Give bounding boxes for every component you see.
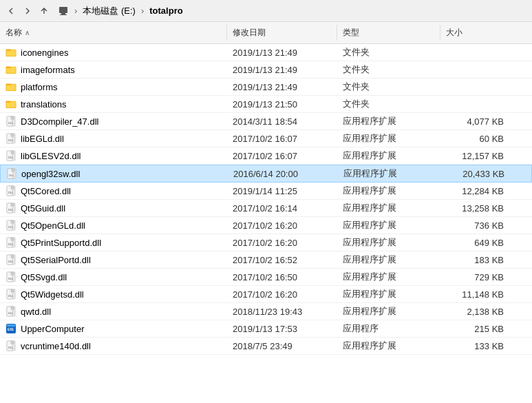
svg-text:DLL: DLL (8, 242, 14, 246)
table-row[interactable]: DLL Qt5PrintSupportd.dll 2017/10/2 16:20… (0, 234, 532, 251)
breadcrumb-folder[interactable]: totalpro (149, 6, 182, 16)
breadcrumb-sep-1: › (74, 6, 77, 16)
col-name[interactable]: 名称 ∧ (0, 25, 227, 41)
svg-text:DLL: DLL (8, 346, 14, 349)
dll-icon: DLL (6, 220, 17, 231)
file-name: translations (21, 99, 66, 110)
svg-rect-37 (11, 255, 14, 258)
table-row[interactable]: DLL Qt5SerialPortd.dll 2017/10/2 16:52 应… (0, 251, 532, 269)
table-row[interactable]: DLL opengl32sw.dll 2016/6/14 20:00 应用程序扩… (0, 165, 532, 183)
svg-rect-56 (11, 341, 14, 344)
breadcrumb-drive[interactable]: 本地磁盘 (E:) (83, 5, 136, 17)
table-row[interactable]: DLL libEGLd.dll 2017/10/2 16:07 应用程序扩展 6… (0, 130, 532, 147)
file-modified: 2017/10/2 16:14 (227, 203, 337, 214)
table-row[interactable]: DLL D3Dcompiler_47.dll 2014/3/11 18:54 应… (0, 113, 532, 130)
table-row[interactable]: DLL Qt5Guid.dll 2017/10/2 16:14 应用程序扩展 1… (0, 200, 532, 217)
svg-text:DLL: DLL (8, 260, 14, 263)
svg-rect-41 (11, 272, 14, 275)
table-row[interactable]: DLL Qt5Svgd.dll 2017/10/2 16:50 应用程序扩展 7… (0, 269, 532, 286)
dll-icon: DLL (6, 168, 17, 179)
col-modified-label: 修改日期 (233, 27, 266, 39)
col-size-label: 大小 (446, 27, 462, 39)
dll-icon: DLL (6, 203, 17, 214)
file-type: 应用程序扩展 (337, 236, 440, 249)
folder-icon (6, 64, 17, 75)
file-name-cell: imageformats (0, 63, 227, 76)
dll-icon: DLL (6, 237, 17, 248)
file-type: 应用程序扩展 (337, 218, 440, 232)
file-name: imageformats (21, 65, 75, 75)
file-size (440, 69, 509, 70)
table-row[interactable]: imageformats 2019/1/13 21:49 文件夹 (0, 61, 532, 79)
file-name: Qt5OpenGLd.dll (21, 220, 85, 231)
file-name: libGLESV2d.dll (21, 151, 81, 161)
column-header-row: 名称 ∧ 修改日期 类型 大小 (0, 22, 532, 44)
svg-rect-52 (7, 324, 15, 327)
file-name: libEGLd.dll (21, 134, 64, 144)
file-type: 应用程序扩展 (338, 167, 441, 180)
file-name-cell: platforms (0, 81, 227, 93)
svg-text:DLL: DLL (8, 191, 14, 194)
table-row[interactable]: DLL qwtd.dll 2018/11/23 19:43 应用程序扩展 2,1… (0, 303, 532, 320)
table-row[interactable]: iconengines 2019/1/13 21:49 文件夹 (0, 44, 532, 61)
svg-rect-5 (11, 116, 14, 119)
dll-icon: DLL (6, 289, 17, 300)
table-row[interactable]: platforms 2019/1/13 21:49 文件夹 (0, 79, 532, 96)
dll-icon: DLL (6, 150, 17, 161)
file-name-cell: DLL Qt5SerialPortd.dll (0, 254, 227, 266)
file-size: 12,284 KB (440, 185, 509, 197)
titlebar: › 本地磁盘 (E:) › totalpro (0, 0, 532, 22)
file-type: 应用程序扩展 (337, 339, 440, 353)
file-size: 13,258 KB (440, 203, 509, 214)
table-row[interactable]: DLL libGLESV2d.dll 2017/10/2 16:07 应用程序扩… (0, 147, 532, 165)
file-name: opengl32sw.dll (21, 169, 80, 179)
svg-text:DLL: DLL (8, 121, 14, 125)
file-modified: 2019/1/13 21:49 (227, 47, 337, 59)
table-row[interactable]: DLL Qt5Widgetsd.dll 2017/10/2 16:20 应用程序… (0, 286, 532, 303)
file-type: 文件夹 (337, 63, 440, 76)
table-row[interactable]: translations 2019/1/13 21:50 文件夹 (0, 96, 532, 113)
file-size: 183 KB (440, 254, 509, 266)
breadcrumb-root (58, 6, 69, 17)
file-name: Qt5Widgetsd.dll (21, 289, 84, 300)
file-name: Qt5PrintSupportd.dll (21, 238, 101, 248)
file-size (440, 86, 509, 87)
file-name: vcruntime140d.dll (21, 341, 91, 351)
nav-forward-icon[interactable] (22, 6, 33, 17)
file-modified: 2017/10/2 16:07 (227, 150, 337, 162)
file-name-cell: DLL libEGLd.dll (0, 132, 227, 145)
col-modified[interactable]: 修改日期 (227, 25, 337, 41)
svg-rect-49 (11, 307, 14, 309)
file-modified: 2017/10/2 16:50 (227, 271, 337, 283)
file-modified: 2014/3/11 18:54 (227, 116, 337, 127)
table-row[interactable]: DLL vcruntime140d.dll 2018/7/5 23:49 应用程… (0, 338, 532, 355)
file-name-cell: translations (0, 98, 227, 110)
svg-text:DLL: DLL (8, 156, 14, 159)
svg-text:DLL: DLL (8, 311, 14, 315)
file-modified: 2019/1/14 11:25 (227, 185, 337, 197)
svg-rect-25 (11, 203, 14, 206)
col-type[interactable]: 类型 (337, 25, 440, 41)
file-name: qwtd.dll (21, 307, 51, 317)
file-type: 应用程序扩展 (337, 304, 440, 318)
dll-icon: DLL (6, 116, 17, 127)
breadcrumb-sep-2: › (141, 6, 144, 16)
file-type: 文件夹 (337, 45, 440, 59)
table-row[interactable]: DLL Qt5OpenGLd.dll 2017/10/2 16:20 应用程序扩… (0, 217, 532, 234)
file-size (440, 103, 509, 105)
file-modified: 2019/1/13 21:49 (227, 64, 337, 76)
file-name-cell: DLL Qt5Cored.dll (0, 185, 227, 197)
file-type: 文件夹 (337, 80, 440, 94)
file-modified: 2017/10/2 16:07 (227, 133, 337, 145)
dll-icon: DLL (6, 340, 17, 351)
file-name-cell: DLL Qt5Guid.dll (0, 202, 227, 214)
file-name-cell: DLL opengl32sw.dll (1, 167, 228, 180)
table-row[interactable]: DLL Qt5Cored.dll 2019/1/14 11:25 应用程序扩展 … (0, 183, 532, 200)
svg-text:DLL: DLL (9, 174, 14, 177)
dll-icon: DLL (6, 133, 17, 144)
dll-icon: DLL (6, 271, 17, 282)
col-size[interactable]: 大小 (440, 25, 509, 41)
nav-up-icon[interactable] (39, 6, 50, 17)
table-row[interactable]: EXE UpperComputer 2019/1/13 17:53 应用程序 2… (0, 320, 532, 338)
nav-back-icon[interactable] (6, 6, 17, 17)
